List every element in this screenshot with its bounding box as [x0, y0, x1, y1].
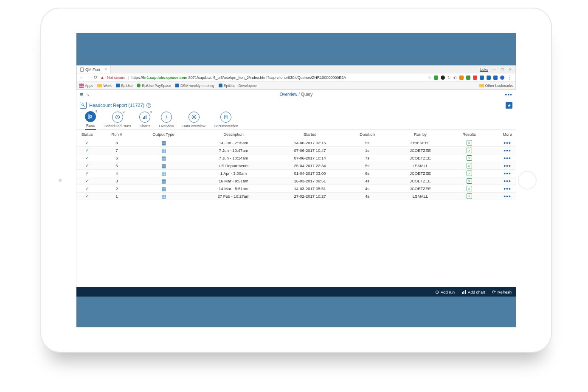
tab-charts[interactable]: 4 Charts: [139, 112, 150, 129]
ipad-frame: QM Fiori × Loks — ▢ ✕ ← → ⟳ ▲ Not secur: [40, 8, 552, 353]
table-row[interactable]: ✓5▦US Departments25-04-2017 22:345sLSMAL…: [76, 162, 516, 170]
add-run-icon: ⊕: [435, 289, 439, 295]
nav-forward-icon[interactable]: →: [87, 75, 91, 80]
check-icon: ✓: [85, 148, 89, 153]
back-icon[interactable]: ‹: [87, 91, 89, 98]
ext-icon[interactable]: [441, 76, 445, 80]
tab-documentation[interactable]: Documentation: [214, 112, 238, 129]
col-status: Status: [76, 132, 98, 137]
favorite-button[interactable]: ★: [506, 102, 512, 109]
ext-icon[interactable]: [487, 76, 491, 80]
grid-icon[interactable]: ▦: [161, 155, 166, 161]
excel-icon[interactable]: x: [467, 155, 472, 161]
add-chart-button[interactable]: Add chart: [461, 290, 485, 294]
more-icon[interactable]: •••: [504, 162, 511, 169]
nav-tabs: 8 Runs 0 Scheduled Runs: [76, 111, 516, 130]
grid-icon[interactable]: ▦: [161, 163, 166, 169]
bookmark-dsm[interactable]: DSM weekly meeting: [175, 84, 214, 88]
refresh-button[interactable]: ⟳Refresh: [492, 289, 512, 295]
breadcrumb-overview[interactable]: Overview: [280, 92, 298, 97]
more-icon[interactable]: •••: [504, 178, 511, 185]
grid-icon[interactable]: ▦: [161, 178, 166, 184]
svg-point-7: [193, 116, 195, 118]
info-icon: i: [161, 112, 172, 123]
grid-icon[interactable]: ▦: [161, 171, 166, 176]
banner-top: [76, 33, 516, 65]
grid-icon[interactable]: ▦: [161, 140, 166, 146]
excel-icon[interactable]: x: [467, 140, 472, 146]
ext-icon[interactable]: ◐: [453, 76, 457, 80]
cell-description: US Departments: [191, 163, 276, 168]
reload-icon[interactable]: ⟳: [94, 75, 98, 80]
table-row[interactable]: ✓7▦7 Jun - 10:47am07-06-2017 10:471sJCOE…: [76, 147, 516, 154]
ext-icon[interactable]: [473, 76, 477, 80]
col-run: Run #: [98, 132, 136, 137]
table-row[interactable]: ✓2▦14 Mar - 5:51am14-03-2017 05:514sJCOE…: [76, 185, 516, 193]
camera-dot: [59, 179, 62, 182]
browser-tab[interactable]: QM Fiori ×: [77, 66, 111, 73]
other-bookmarks[interactable]: Other bookmarks: [479, 84, 513, 88]
excel-icon[interactable]: x: [467, 178, 472, 184]
grid-icon[interactable]: ▦: [161, 148, 166, 154]
window-max[interactable]: ▢: [501, 67, 504, 72]
cell-run: 8: [98, 140, 136, 145]
home-button[interactable]: [518, 171, 537, 190]
cell-runby: JCOETZEE: [391, 171, 450, 176]
more-icon[interactable]: •••: [504, 185, 511, 192]
window-close[interactable]: ✕: [509, 67, 512, 72]
svg-rect-6: [146, 115, 146, 119]
more-icon[interactable]: •••: [504, 147, 511, 154]
excel-icon[interactable]: x: [467, 163, 472, 168]
ext-icon[interactable]: [466, 76, 470, 80]
bookmark-payspace[interactable]: EpiUse PaySpace: [137, 84, 171, 88]
more-icon[interactable]: •••: [504, 140, 511, 146]
overflow-menu-icon[interactable]: •••: [505, 91, 512, 98]
ext-icon[interactable]: [434, 76, 438, 80]
grid-icon[interactable]: ▦: [161, 186, 166, 192]
bookmark-apps[interactable]: Apps: [79, 84, 93, 88]
tab-runs[interactable]: 8 Runs: [85, 111, 96, 130]
tab-scheduled-runs[interactable]: 0 Scheduled Runs: [104, 112, 131, 129]
tab-overview[interactable]: i Overview: [159, 112, 174, 129]
ext-icon[interactable]: ↻: [447, 76, 451, 80]
tab-badge: 8: [96, 110, 97, 113]
tab-data-overview[interactable]: Data overview: [183, 112, 205, 129]
url-bar[interactable]: https://hr1.sap.labs.epiuse.com:8071/sap…: [132, 76, 425, 80]
star-icon[interactable]: ☆: [428, 76, 431, 80]
tab-close-icon[interactable]: ×: [104, 67, 107, 72]
more-icon[interactable]: •••: [504, 193, 511, 200]
svg-rect-5: [144, 116, 145, 119]
more-icon[interactable]: •••: [504, 155, 511, 162]
cell-duration: 6s: [344, 171, 391, 176]
ext-icon[interactable]: [493, 76, 498, 80]
excel-icon[interactable]: x: [467, 193, 472, 199]
grid-icon[interactable]: ▦: [161, 193, 166, 199]
table-row[interactable]: ✓6▦7 Jun - 10:14am07-06-2017 10:147sJCOE…: [76, 154, 516, 162]
cell-started: 01-04-2017 03:00: [276, 171, 344, 176]
excel-icon[interactable]: x: [467, 148, 472, 153]
excel-icon[interactable]: x: [467, 186, 472, 191]
add-run-button[interactable]: ⊕Add run: [435, 289, 455, 295]
table-row[interactable]: ✓3▦16 Mar - 9:51am16-03-2017 09:514sJCOE…: [76, 177, 516, 185]
more-icon[interactable]: •••: [504, 170, 511, 177]
col-duration: Duration: [344, 132, 391, 137]
menu-icon[interactable]: ⋮: [507, 76, 513, 79]
table-row[interactable]: ✓8▦14 Jun - 2:15am14-06-2017 02:155sZRIE…: [76, 139, 516, 147]
hamburger-icon[interactable]: ≡: [80, 91, 83, 98]
window-min[interactable]: —: [492, 67, 496, 72]
ext-icon[interactable]: [459, 76, 464, 80]
excel-icon[interactable]: x: [467, 171, 472, 176]
svg-rect-19: [462, 292, 463, 294]
ext-icon[interactable]: [500, 76, 504, 80]
cell-run: 5: [98, 163, 136, 168]
sync-icon[interactable]: ⟳: [146, 103, 151, 108]
table-row[interactable]: ✓1▦27 Feb - 10:27am27-02-2017 10:274sLSM…: [76, 193, 516, 200]
url-domain: hr1.sap.labs.epiuse.com: [143, 76, 188, 80]
nav-back-icon[interactable]: ←: [79, 75, 84, 80]
ext-icon[interactable]: [480, 76, 484, 80]
table-row[interactable]: ✓4▦1 Apr - 3:00am01-04-2017 03:006sJCOET…: [76, 170, 516, 177]
window-label[interactable]: Loks: [480, 67, 488, 72]
bookmark-epiuse[interactable]: EpiUse: [116, 84, 132, 88]
bookmark-work[interactable]: Work: [97, 84, 112, 88]
bookmark-dev[interactable]: EpiUse - Developme: [219, 84, 257, 88]
